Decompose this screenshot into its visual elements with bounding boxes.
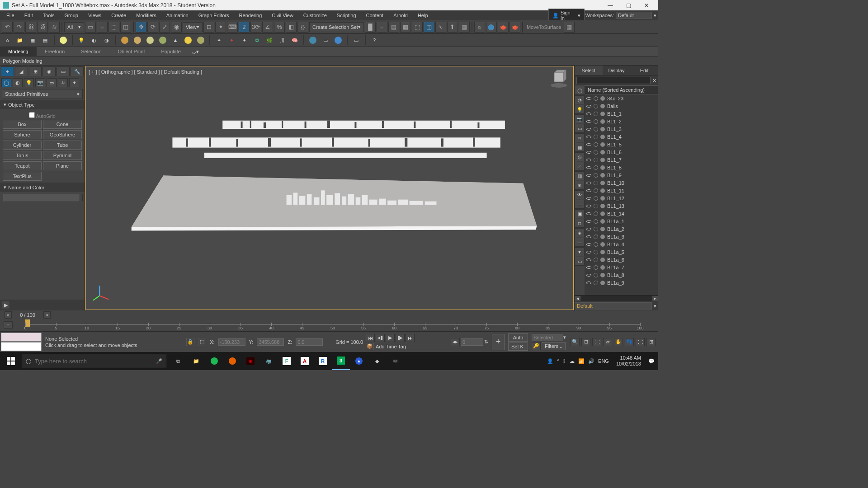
scene-item[interactable]: BL1_13 bbox=[585, 202, 658, 210]
panel-collapse-button[interactable]: ▶ bbox=[2, 301, 10, 309]
visibility-icon[interactable] bbox=[586, 243, 591, 246]
ribbon-selection[interactable]: Selection bbox=[73, 47, 109, 56]
hierarchy-tab[interactable]: ⊞ bbox=[29, 66, 42, 76]
maximize-viewport-button[interactable]: ⛶ bbox=[636, 338, 645, 346]
menu-group[interactable]: Group bbox=[60, 11, 83, 19]
visibility-icon[interactable] bbox=[586, 166, 591, 169]
maximize-button[interactable]: ▢ bbox=[619, 0, 637, 10]
visibility-icon[interactable] bbox=[586, 143, 591, 146]
se-tab-select[interactable]: Select bbox=[575, 66, 603, 75]
visibility-icon[interactable] bbox=[586, 105, 591, 108]
task-view-button[interactable]: ⧉ bbox=[169, 352, 187, 370]
render-preset-button[interactable]: 🫖 bbox=[509, 22, 520, 33]
freeze-icon[interactable] bbox=[594, 188, 598, 193]
display-tab[interactable]: ▭ bbox=[57, 66, 70, 76]
freeze-icon[interactable] bbox=[594, 142, 598, 147]
scene-item[interactable]: BL1_1 bbox=[585, 110, 658, 117]
freeze-icon[interactable] bbox=[594, 235, 598, 239]
move-button[interactable]: ✥ bbox=[136, 22, 146, 33]
directional-light-icon[interactable]: ◑ bbox=[101, 35, 112, 46]
language-indicator[interactable]: ENG bbox=[598, 358, 609, 364]
chevron-down-icon[interactable]: ▾ bbox=[654, 13, 656, 19]
freeze-icon[interactable] bbox=[594, 135, 598, 139]
freeze-icon[interactable] bbox=[594, 211, 598, 216]
object-color-swatch[interactable] bbox=[82, 194, 83, 201]
key-filters-icon[interactable]: 🔑 bbox=[532, 342, 541, 350]
helper-pyramid[interactable]: ▲ bbox=[170, 35, 181, 46]
people-icon[interactable]: 👤 bbox=[547, 358, 553, 364]
freeze-icon[interactable] bbox=[594, 104, 598, 108]
set-key-big-button[interactable]: + bbox=[492, 334, 505, 350]
helper-quad[interactable] bbox=[119, 35, 130, 46]
filter-helpers[interactable]: ▭ bbox=[575, 124, 585, 133]
visibility-icon[interactable] bbox=[586, 174, 591, 177]
menu-graph-editors[interactable]: Graph Editors bbox=[194, 11, 234, 19]
filter-lights[interactable]: 💡 bbox=[575, 105, 585, 114]
coord-z-input[interactable] bbox=[296, 338, 323, 346]
keyboard-shortcut-button[interactable]: ⌨ bbox=[227, 22, 238, 33]
manipulate-button[interactable]: ✦ bbox=[215, 22, 226, 33]
visibility-icon[interactable] bbox=[586, 274, 591, 277]
menu-content[interactable]: Content bbox=[362, 11, 388, 19]
visibility-icon[interactable] bbox=[586, 182, 591, 184]
ribbon-populate[interactable]: Populate bbox=[153, 47, 189, 56]
visibility-icon[interactable] bbox=[586, 159, 591, 161]
key-mode-button[interactable]: ◂▸ bbox=[451, 338, 460, 346]
menu-create[interactable]: Create bbox=[107, 11, 131, 19]
ref-coord-dropdown[interactable]: View▾ bbox=[183, 22, 203, 32]
move-to-surface-button[interactable]: ▦ bbox=[564, 22, 575, 33]
filter-none[interactable]: □ bbox=[575, 219, 585, 228]
grid-button[interactable]: ▤ bbox=[40, 35, 51, 46]
menu-customize[interactable]: Customize bbox=[299, 11, 331, 19]
volume-icon[interactable]: 🔊 bbox=[588, 358, 594, 364]
button-cylinder[interactable]: Cylinder bbox=[3, 141, 42, 150]
toggle-ribbon-button[interactable]: ▦ bbox=[400, 22, 411, 33]
timeline[interactable]: 0510152025303540455055606570758085909510… bbox=[25, 319, 640, 329]
edit-named-sets-button[interactable]: {} bbox=[297, 22, 308, 33]
spinner-icon[interactable]: ⇅ bbox=[484, 339, 488, 345]
render-iterative-button[interactable]: ⬤ bbox=[486, 22, 497, 33]
sky-icon[interactable] bbox=[195, 35, 206, 46]
freeze-icon[interactable] bbox=[594, 196, 598, 201]
visibility-icon[interactable] bbox=[586, 266, 591, 269]
undo-button[interactable]: ↶ bbox=[2, 22, 13, 33]
freeze-icon[interactable] bbox=[594, 119, 598, 124]
se-tab-display[interactable]: Display bbox=[603, 66, 631, 75]
scene-item[interactable]: BL1_12 bbox=[585, 194, 658, 202]
category-systems[interactable]: ✦ bbox=[69, 78, 79, 87]
filter-bones[interactable]: ⟋ bbox=[575, 162, 585, 171]
visibility-icon[interactable] bbox=[586, 251, 591, 253]
modify-tab[interactable]: ◢ bbox=[15, 66, 28, 76]
button-sphere[interactable]: Sphere bbox=[3, 130, 42, 139]
ribbon-collapse-icon[interactable]: ◡▾ bbox=[189, 49, 202, 55]
freeze-icon[interactable] bbox=[594, 96, 598, 101]
placement-button[interactable]: ◉ bbox=[171, 22, 182, 33]
primitive-type-dropdown[interactable]: Standard Primitives▾ bbox=[2, 89, 83, 99]
omni-light-icon[interactable]: 💡 bbox=[76, 35, 87, 46]
render-setup-button[interactable]: ⬆ bbox=[447, 22, 458, 33]
scene-item[interactable]: BL1a_7 bbox=[585, 263, 658, 271]
zoom-region-button[interactable]: ⛶ bbox=[592, 338, 601, 346]
scene-item[interactable]: BL1a_4 bbox=[585, 240, 658, 248]
select-object-button[interactable]: ▭ bbox=[85, 22, 96, 33]
menu-file[interactable]: File bbox=[2, 11, 19, 19]
render-production-button[interactable]: ☼ bbox=[474, 22, 485, 33]
mic-icon[interactable]: 🎤 bbox=[156, 358, 162, 364]
snap-toggle-2d[interactable]: 2̲ bbox=[239, 22, 250, 33]
visibility-icon[interactable] bbox=[586, 228, 591, 230]
freeze-icon[interactable] bbox=[594, 158, 598, 162]
wifi-icon[interactable]: 📶 bbox=[578, 358, 585, 364]
freeze-icon[interactable] bbox=[594, 250, 598, 254]
freeze-icon[interactable] bbox=[594, 227, 598, 231]
layer-props[interactable]: ▭ bbox=[351, 35, 362, 46]
char-icon[interactable]: 卅 bbox=[277, 35, 288, 46]
layer-set-dropdown[interactable] bbox=[575, 302, 652, 310]
scene-explorer-search-input[interactable] bbox=[576, 77, 651, 84]
scene-item[interactable]: BL1_9 bbox=[585, 171, 658, 179]
use-center-button[interactable]: ⊡ bbox=[203, 22, 214, 33]
filter-all[interactable]: ▣ bbox=[575, 209, 585, 218]
filter-warps[interactable]: ≋ bbox=[575, 133, 585, 142]
freeze-icon[interactable] bbox=[594, 181, 598, 185]
onedrive-icon[interactable]: ☁ bbox=[570, 358, 575, 364]
freeze-icon[interactable] bbox=[594, 150, 598, 155]
